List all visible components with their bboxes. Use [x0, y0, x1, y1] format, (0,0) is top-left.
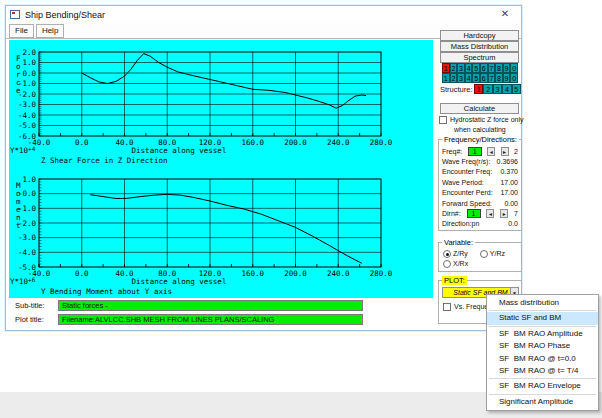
selector-cell-0[interactable]: 0 — [510, 73, 518, 83]
window-title: Ship Bending/Shear — [25, 10, 105, 20]
selector-cell-3[interactable]: 3 — [457, 73, 465, 83]
svg-text:2.0: 2.0 — [22, 48, 36, 57]
radio-icon[interactable] — [443, 260, 451, 268]
selector-cell-8[interactable]: 8 — [495, 73, 503, 83]
hydrostatic-checkbox[interactable] — [439, 116, 447, 124]
variable-radio-x-rx[interactable]: X/Rx — [443, 260, 468, 268]
variable-radio-z-ry[interactable]: Z/Ry — [443, 250, 468, 258]
selector-cell-3[interactable]: 3 — [493, 84, 502, 94]
freq-row-value: 17.00 — [500, 179, 518, 186]
spin-left-icon[interactable]: ◄ — [487, 147, 495, 156]
vs-frequency-checkbox[interactable] — [443, 303, 451, 311]
radio-icon[interactable] — [443, 250, 451, 258]
subtitle-field[interactable]: Static forces - — [58, 300, 363, 311]
menu-file[interactable]: File — [9, 24, 34, 38]
freq-row: Wave Freq(r/s):0.3696 — [439, 156, 521, 166]
app-window: Ship Bending/Shear ✕ File Help 2.01.00.0… — [5, 5, 522, 331]
svg-text:t: t — [16, 221, 21, 230]
selector-cell-1[interactable]: 1 — [474, 84, 483, 94]
menu-item-static-sf-and-bm[interactable]: Static SF and BM — [487, 312, 598, 324]
svg-text:-2.0: -2.0 — [18, 90, 37, 99]
selector-cell-2[interactable]: 2 — [450, 73, 458, 83]
plot-type-popup-menu: Mass distributionStatic SF and BMSF BM R… — [486, 294, 599, 411]
max-index-value: 2 — [514, 148, 518, 155]
selector-cell-1[interactable]: 1 — [442, 73, 450, 83]
menu-help[interactable]: Help — [36, 24, 64, 38]
svg-text:Y Bending Moment about Y axis: Y Bending Moment about Y axis — [41, 287, 172, 296]
selector-cell-1[interactable]: 1 — [442, 63, 450, 73]
svg-text:0.0: 0.0 — [22, 69, 36, 78]
variable-title: Variable: — [442, 238, 475, 247]
svg-text:Z Shear Force in Z Direction: Z Shear Force in Z Direction — [41, 156, 167, 165]
menu-separator — [489, 394, 596, 395]
plot-title-field[interactable]: Filename:ALVLCC.SHB MESH FROM LINES PLAN… — [58, 314, 363, 325]
svg-text:-0.0: -0.0 — [18, 189, 37, 198]
index-value-field[interactable]: 1 — [468, 147, 482, 156]
selector-cell-5[interactable]: 5 — [472, 73, 480, 83]
selector-cell-5[interactable]: 5 — [472, 63, 480, 73]
frequency-directions-title: Frequency/Directions: — [442, 135, 519, 144]
svg-text:160.0: 160.0 — [241, 269, 264, 278]
hardcopy-button[interactable]: Hardcopy — [440, 30, 519, 41]
spectrum-button[interactable]: Spectrum — [440, 52, 519, 63]
svg-text:-1.0: -1.0 — [18, 204, 37, 213]
selector-cell-4[interactable]: 4 — [465, 73, 473, 83]
selector-cell-7[interactable]: 7 — [488, 63, 496, 73]
freq-row: Dirn#:1◄►7 — [439, 208, 521, 218]
freq-row: Forward Speed:0.00 — [439, 198, 521, 208]
freq-row-label: Direction:pn — [442, 220, 479, 227]
svg-text:1.0: 1.0 — [22, 175, 36, 184]
index-value-field[interactable]: 1 — [467, 209, 481, 218]
selector-cell-5[interactable]: 5 — [512, 84, 521, 94]
selector-cell-7[interactable]: 7 — [488, 73, 496, 83]
variable-group: Variable: Z/RyY/RzX/Rx — [438, 242, 522, 272]
selector-cell-0[interactable]: 0 — [510, 63, 518, 73]
calculate-button[interactable]: Calculate — [440, 103, 519, 114]
selector-cell-9[interactable]: 9 — [503, 73, 511, 83]
svg-text:-3.0: -3.0 — [18, 100, 37, 109]
svg-text:-4.0: -4.0 — [18, 111, 37, 120]
selector-cell-6[interactable]: 6 — [480, 73, 488, 83]
radio-icon[interactable] — [480, 250, 488, 258]
plot-title-row: Plot title: Filename:ALVLCC.SHB MESH FRO… — [9, 313, 433, 325]
freq-row-label: Dirn#: — [442, 210, 461, 217]
svg-text:200.0: 200.0 — [284, 269, 307, 278]
menu-item-sf-bm-rao-envelope[interactable]: SF BM RAO Envelope — [487, 380, 598, 392]
freq-row: Encounter Perd:17.00 — [439, 188, 521, 198]
menu-item-mass-distribution[interactable]: Mass distribution — [487, 297, 598, 309]
selector-cell-4[interactable]: 4 — [502, 84, 511, 94]
mass-distribution-button[interactable]: Mass Distribution — [440, 41, 519, 52]
spin-left-icon[interactable]: ◄ — [486, 209, 494, 218]
menu-item-sf-bm-rao-t-0-0[interactable]: SF BM RAO @ t=0.0 — [487, 353, 598, 365]
menu-item-significant-amplitude[interactable]: Significant Amplitude — [487, 396, 598, 408]
menu-item-sf-bm-rao-t-t-4[interactable]: SF BM RAO @ t= T/4 — [487, 365, 598, 377]
frequency-rows: Freq#:1◄►2Wave Freq(r/s):0.3696Encounter… — [439, 140, 521, 229]
close-icon[interactable]: ✕ — [497, 7, 513, 21]
selector-cell-8[interactable]: 8 — [495, 63, 503, 73]
svg-text:-1.0: -1.0 — [18, 79, 37, 88]
freq-row-value: 0.00 — [504, 200, 518, 207]
freq-row-label: Wave Freq(r/s): — [442, 158, 490, 165]
freq-row: Direction:pn0.0 — [439, 219, 521, 229]
variable-radio-y-rz[interactable]: Y/Rz — [480, 250, 505, 258]
structure-row: 12345 — [474, 84, 521, 94]
selector-cell-6[interactable]: 6 — [480, 63, 488, 73]
spin-right-icon[interactable]: ► — [501, 147, 509, 156]
freq-row: Freq#:1◄►2 — [439, 146, 521, 156]
charts-svg: 2.01.00.0-1.0-2.0-3.0-4.0-5.0-6.0-40.00.… — [9, 40, 433, 298]
selector-cell-9[interactable]: 9 — [503, 63, 511, 73]
svg-text:160.0: 160.0 — [241, 138, 264, 147]
selector-cell-2[interactable]: 2 — [450, 63, 458, 73]
selector-cell-4[interactable]: 4 — [465, 63, 473, 73]
freq-row-value: 17.00 — [500, 189, 518, 196]
menu-separator — [489, 326, 596, 327]
svg-text:280.0: 280.0 — [370, 269, 393, 278]
menu-item-sf-bm-rao-amplitude[interactable]: SF BM RAO Amplitude — [487, 328, 598, 340]
spin-right-icon[interactable]: ► — [500, 209, 508, 218]
menu-item-sf-bm-rao-phase[interactable]: SF BM RAO Phase — [487, 340, 598, 352]
selector-cell-3[interactable]: 3 — [457, 63, 465, 73]
spectrum-row-2: 1234567890 — [442, 73, 518, 83]
titlebar[interactable]: Ship Bending/Shear ✕ — [6, 6, 521, 23]
freq-row: Wave Period:17.00 — [439, 177, 521, 187]
selector-cell-2[interactable]: 2 — [483, 84, 492, 94]
